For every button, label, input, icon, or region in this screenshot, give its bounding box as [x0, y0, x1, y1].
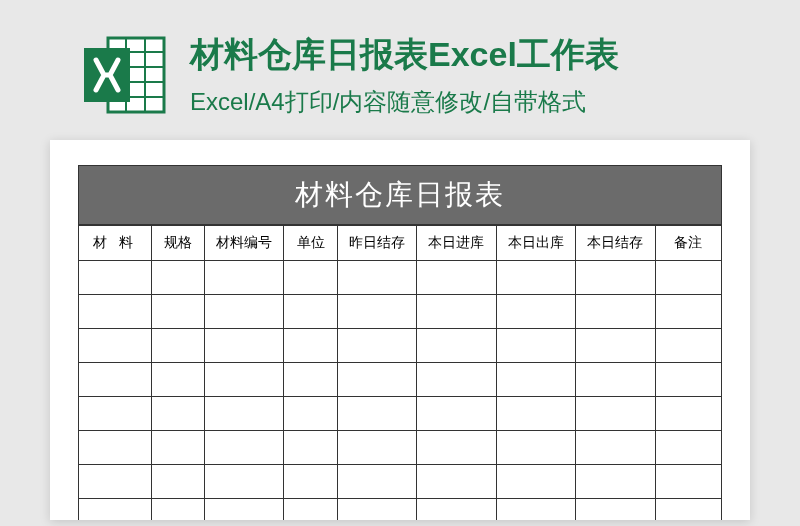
table-cell	[576, 397, 656, 431]
table-cell	[284, 329, 337, 363]
table-cell	[79, 295, 152, 329]
table-cell	[151, 397, 204, 431]
table-cell	[496, 295, 576, 329]
table-cell	[655, 295, 721, 329]
table-cell	[576, 295, 656, 329]
table-cell	[337, 397, 417, 431]
table-cell	[284, 261, 337, 295]
excel-icon	[80, 30, 170, 120]
table-row	[79, 431, 722, 465]
table-cell	[576, 363, 656, 397]
table-cell	[417, 363, 497, 397]
table-cell	[284, 363, 337, 397]
table-row	[79, 465, 722, 499]
table-row	[79, 295, 722, 329]
table-cell	[79, 363, 152, 397]
table-cell	[576, 261, 656, 295]
table-cell	[496, 261, 576, 295]
table-cell	[79, 499, 152, 521]
table-cell	[79, 431, 152, 465]
table-cell	[204, 431, 284, 465]
table-cell	[655, 329, 721, 363]
table-cell	[79, 261, 152, 295]
table-cell	[284, 295, 337, 329]
table-row	[79, 329, 722, 363]
table-header-row: 材料 规格 材料编号 单位 昨日结存 本日进库 本日出库 本日结存 备注	[79, 226, 722, 261]
table-cell	[284, 499, 337, 521]
table-cell	[151, 261, 204, 295]
table-cell	[576, 431, 656, 465]
col-header-prev-balance: 昨日结存	[337, 226, 417, 261]
table-body	[79, 261, 722, 521]
col-header-note: 备注	[655, 226, 721, 261]
table-cell	[79, 397, 152, 431]
page-subtitle: Excel/A4打印/内容随意修改/自带格式	[190, 86, 619, 118]
table-title: 材料仓库日报表	[78, 165, 722, 225]
table-cell	[496, 329, 576, 363]
table-cell	[576, 329, 656, 363]
table-cell	[337, 499, 417, 521]
col-header-unit: 单位	[284, 226, 337, 261]
table-cell	[655, 397, 721, 431]
page-header: 材料仓库日报表Excel工作表 Excel/A4打印/内容随意修改/自带格式	[0, 0, 800, 140]
table-cell	[337, 431, 417, 465]
table-cell	[655, 465, 721, 499]
col-header-today-out: 本日出库	[496, 226, 576, 261]
table-cell	[337, 465, 417, 499]
table-cell	[417, 295, 497, 329]
col-header-today-balance: 本日结存	[576, 226, 656, 261]
table-cell	[79, 465, 152, 499]
table-cell	[151, 431, 204, 465]
table-cell	[417, 499, 497, 521]
table-cell	[417, 465, 497, 499]
table-cell	[151, 329, 204, 363]
table-cell	[655, 499, 721, 521]
table-row	[79, 397, 722, 431]
header-text-group: 材料仓库日报表Excel工作表 Excel/A4打印/内容随意修改/自带格式	[190, 32, 619, 118]
table-cell	[204, 363, 284, 397]
table-cell	[496, 465, 576, 499]
table-cell	[204, 499, 284, 521]
table-cell	[655, 363, 721, 397]
table-cell	[151, 465, 204, 499]
table-cell	[337, 363, 417, 397]
table-row	[79, 261, 722, 295]
table-cell	[284, 397, 337, 431]
table-row	[79, 499, 722, 521]
table-cell	[496, 363, 576, 397]
table-cell	[576, 499, 656, 521]
col-header-code: 材料编号	[204, 226, 284, 261]
table-row	[79, 363, 722, 397]
table-cell	[284, 465, 337, 499]
table-cell	[337, 329, 417, 363]
table-cell	[79, 329, 152, 363]
col-header-spec: 规格	[151, 226, 204, 261]
table-cell	[655, 261, 721, 295]
col-header-material: 材料	[79, 226, 152, 261]
table-cell	[151, 363, 204, 397]
table-cell	[417, 261, 497, 295]
col-header-today-in: 本日进库	[417, 226, 497, 261]
table-cell	[496, 431, 576, 465]
table-cell	[284, 431, 337, 465]
table-cell	[496, 397, 576, 431]
table-cell	[151, 295, 204, 329]
table-cell	[417, 397, 497, 431]
page-title: 材料仓库日报表Excel工作表	[190, 32, 619, 78]
table-cell	[655, 431, 721, 465]
table-cell	[337, 295, 417, 329]
table-cell	[576, 465, 656, 499]
table-cell	[151, 499, 204, 521]
table-cell	[204, 465, 284, 499]
report-table: 材料 规格 材料编号 单位 昨日结存 本日进库 本日出库 本日结存 备注	[78, 225, 722, 520]
table-cell	[337, 261, 417, 295]
table-cell	[204, 397, 284, 431]
table-cell	[204, 329, 284, 363]
document-preview: 材料仓库日报表 材料 规格 材料编号 单位 昨日结存 本日进库 本日出库 本日结…	[50, 140, 750, 520]
table-cell	[417, 431, 497, 465]
table-cell	[417, 329, 497, 363]
table-cell	[204, 261, 284, 295]
table-cell	[204, 295, 284, 329]
table-cell	[496, 499, 576, 521]
